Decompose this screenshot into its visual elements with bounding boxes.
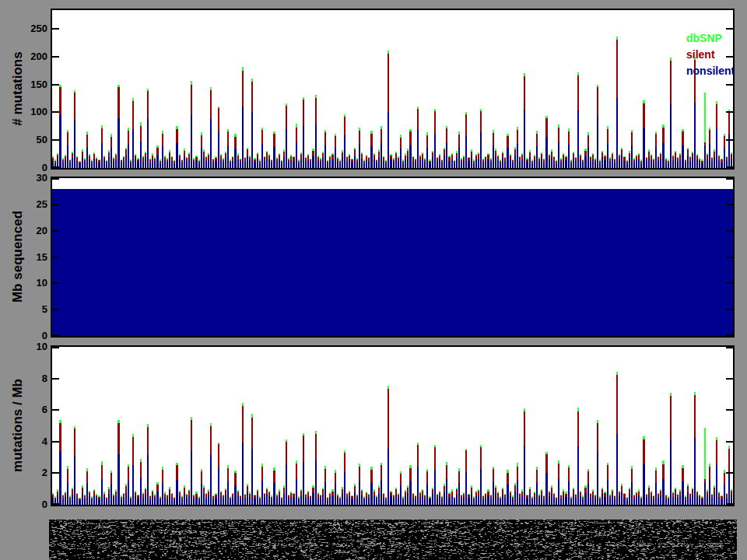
y-tick-label: 4 bbox=[16, 436, 47, 448]
y-tick-label: 20 bbox=[16, 225, 47, 237]
mutations-bars-chart bbox=[52, 10, 733, 168]
legend-item-dbsnp: dbSNP bbox=[686, 30, 735, 47]
mb-sequenced-chart bbox=[52, 178, 733, 336]
panel-mutations: dbSNP silent nonsilent bbox=[51, 9, 735, 170]
y-tick-label: 25 bbox=[16, 198, 47, 211]
legend-item-nonsilent: nonsilent bbox=[686, 63, 735, 79]
x-axis-sample-labels-band bbox=[49, 520, 737, 560]
y-tick-label: 15 bbox=[16, 251, 47, 264]
y-tick-label: 6 bbox=[16, 404, 47, 416]
y-tick-label: 5 bbox=[16, 303, 47, 316]
y-tick-label: 2 bbox=[16, 467, 47, 479]
mutation-rate-figure: # mutations dbSNP silent nonsilent Mb se… bbox=[0, 0, 747, 560]
y-tick-label: 100 bbox=[16, 106, 47, 118]
panel-mutation-rate bbox=[51, 345, 735, 506]
mutation-rate-bars-chart bbox=[52, 347, 733, 505]
y-tick-label: 150 bbox=[16, 79, 47, 91]
legend-item-silent: silent bbox=[686, 47, 735, 63]
y-axis-label-mutation-rate: mutations / Mb bbox=[10, 379, 26, 472]
y-tick-label: 0 bbox=[16, 499, 47, 511]
legend: dbSNP silent nonsilent bbox=[686, 30, 735, 79]
panel-mb-sequenced bbox=[51, 177, 735, 338]
y-tick-label: 10 bbox=[16, 341, 47, 353]
y-tick-label: 10 bbox=[16, 277, 47, 289]
y-tick-label: 50 bbox=[16, 134, 47, 146]
y-tick-label: 250 bbox=[16, 23, 47, 35]
y-tick-label: 8 bbox=[16, 373, 47, 385]
y-tick-label: 30 bbox=[16, 172, 47, 184]
y-tick-label: 200 bbox=[16, 51, 47, 63]
